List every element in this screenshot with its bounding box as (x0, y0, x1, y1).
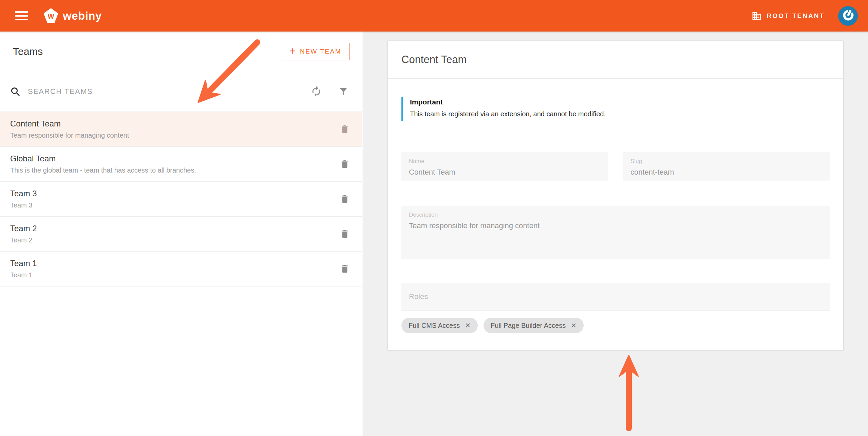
chip-label: Full CMS Access (409, 322, 460, 330)
description-field-label: Description (409, 212, 822, 218)
team-name: Content Team (10, 119, 332, 128)
slug-field-value: content-team (630, 168, 822, 177)
teams-list: Content Team Team responsible for managi… (0, 112, 362, 286)
teams-search-bar (0, 71, 362, 112)
team-detail-body: Important This team is registered via an… (388, 97, 843, 333)
name-slug-row: Name Content Team Slug content-team (401, 152, 830, 181)
role-chip: Full Page Builder Access ✕ (484, 318, 584, 333)
team-list-item[interactable]: Content Team Team responsible for managi… (0, 112, 362, 147)
team-detail-title: Content Team (401, 54, 467, 66)
search-input[interactable] (28, 87, 218, 96)
description-field: Description Team responsible for managin… (401, 206, 830, 259)
team-list-item[interactable]: Team 3 Team 3 (0, 182, 362, 217)
search-icon (10, 86, 20, 97)
team-detail-area: Content Team Important This team is regi… (363, 32, 868, 436)
filter-icon[interactable] (338, 86, 348, 97)
important-notice: Important This team is registered via an… (401, 97, 830, 121)
search-actions (310, 86, 348, 97)
tenant-selector[interactable]: ROOT TENANT (752, 11, 825, 21)
new-team-button[interactable]: + NEW TEAM (281, 43, 350, 60)
webiny-shield-icon: W (43, 8, 58, 24)
team-list-item[interactable]: Team 1 Team 1 (0, 252, 362, 286)
brand-wordmark: webiny (63, 9, 102, 22)
top-bar-right: ROOT TENANT (752, 6, 858, 26)
team-description: Team 1 (10, 271, 332, 279)
teams-panel: Teams + NEW TEAM (0, 32, 362, 436)
team-list-item[interactable]: Global Team This is the global team - te… (0, 147, 362, 182)
delete-team-icon[interactable] (340, 264, 350, 274)
slug-field-label: Slug (630, 158, 822, 165)
tenant-label: ROOT TENANT (767, 12, 825, 20)
notice-text: This team is registered via an extension… (410, 110, 830, 118)
description-field-value: Team responsible for managing content (409, 221, 822, 230)
team-detail-header: Content Team (388, 41, 843, 79)
hamburger-menu-icon[interactable] (15, 11, 28, 20)
delete-team-icon[interactable] (340, 124, 350, 134)
slug-field: Slug content-team (623, 152, 830, 181)
team-description: Team 2 (10, 236, 332, 244)
delete-team-icon[interactable] (340, 159, 350, 169)
team-name: Global Team (10, 154, 332, 163)
top-bar: W webiny ROOT TENANT (0, 0, 868, 32)
building-icon (752, 11, 762, 21)
svg-text:W: W (48, 12, 54, 20)
name-field-label: Name (409, 158, 601, 165)
webiny-logo: W webiny (43, 8, 102, 24)
name-field-value: Content Team (409, 168, 601, 177)
notice-title: Important (410, 98, 830, 106)
roles-chips: Full CMS Access ✕ Full Page Builder Acce… (401, 318, 830, 333)
team-description: This is the global team - team that has … (10, 166, 332, 174)
team-name: Team 3 (10, 189, 332, 198)
team-name: Team 2 (10, 224, 332, 233)
roles-field-label: Roles (409, 292, 428, 301)
team-detail-card: Content Team Important This team is regi… (388, 41, 843, 350)
roles-field: Roles (401, 283, 830, 311)
team-list-item[interactable]: Team 2 Team 2 (0, 217, 362, 252)
teams-panel-header: Teams + NEW TEAM (0, 32, 362, 71)
chip-remove-icon[interactable]: ✕ (571, 322, 577, 329)
new-team-button-label: NEW TEAM (300, 48, 341, 55)
team-description: Team 3 (10, 201, 332, 209)
chip-remove-icon[interactable]: ✕ (465, 322, 471, 329)
user-avatar[interactable] (838, 6, 858, 26)
role-chip: Full CMS Access ✕ (401, 318, 478, 333)
app: W webiny ROOT TENANT (0, 0, 868, 436)
name-field: Name Content Team (401, 152, 608, 181)
page-title: Teams (13, 46, 43, 57)
team-name: Team 1 (10, 259, 332, 268)
delete-team-icon[interactable] (340, 229, 350, 239)
delete-team-icon[interactable] (340, 194, 350, 204)
team-description: Team responsible for managing content (10, 132, 332, 139)
refresh-icon[interactable] (310, 86, 322, 97)
chip-label: Full Page Builder Access (491, 322, 566, 330)
